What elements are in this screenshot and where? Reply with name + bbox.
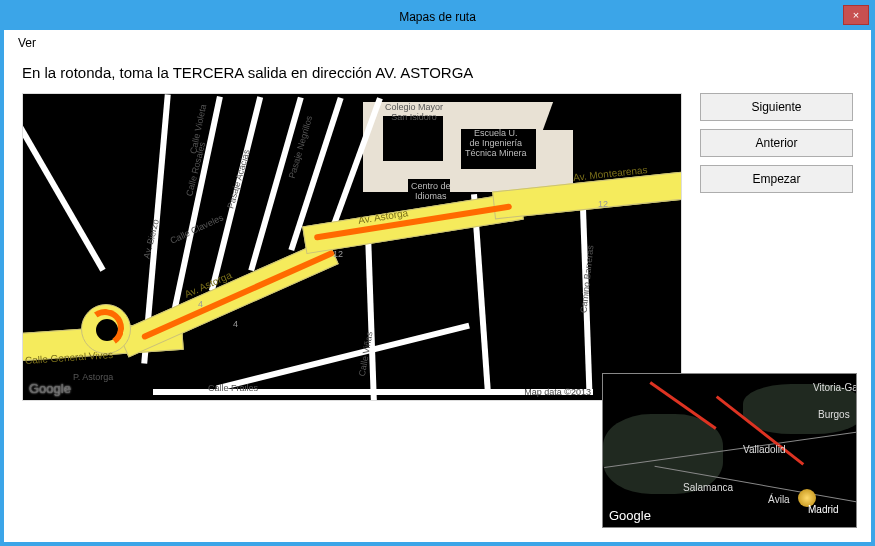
- city-label: Salamanca: [683, 482, 733, 493]
- close-icon: ×: [853, 9, 859, 21]
- street-label: Calle Frailes: [208, 383, 258, 393]
- house-number: 12: [333, 249, 343, 259]
- window-body: Ver En la rotonda, toma la TERCERA salid…: [4, 30, 871, 542]
- route-instruction: En la rotonda, toma la TERCERA salida en…: [4, 56, 871, 93]
- next-button[interactable]: Siguiente: [700, 93, 853, 121]
- street-label: Pasaje Acacias: [225, 148, 251, 209]
- city-label: Vitoria-Ga: [813, 382, 857, 393]
- titlebar: Mapas de ruta ×: [4, 4, 871, 30]
- prev-button[interactable]: Anterior: [700, 129, 853, 157]
- start-button[interactable]: Empezar: [700, 165, 853, 193]
- street-line: [22, 96, 106, 272]
- map-main[interactable]: Calle General Vives Av. Astorga Av. Asto…: [22, 93, 682, 401]
- map-overview[interactable]: Madrid Valladolid Salamanca Burgos Vitor…: [602, 373, 857, 528]
- google-logo: Google: [609, 508, 651, 523]
- city-label: Valladolid: [743, 444, 786, 455]
- house-number: 4: [233, 319, 238, 329]
- city-label: Ávila: [768, 494, 790, 505]
- building-icon: [543, 102, 603, 130]
- house-number: 4: [198, 299, 203, 309]
- google-logo: Google: [29, 381, 71, 396]
- poi-label: Escuela U. de Ingeniería Técnica Minera: [465, 129, 527, 159]
- window-title: Mapas de ruta: [399, 10, 476, 24]
- city-label: Madrid: [808, 504, 839, 515]
- menubar: Ver: [4, 30, 871, 56]
- map-attribution: Map data ©2013: [524, 387, 591, 397]
- poi-label: Centro de Idiomas: [411, 182, 451, 202]
- street-line: [216, 323, 470, 392]
- house-number: 12: [598, 199, 608, 209]
- street-label: P. Astorga: [73, 372, 113, 382]
- menu-ver[interactable]: Ver: [12, 34, 42, 52]
- controls-panel: Siguiente Anterior Empezar: [700, 93, 853, 401]
- city-label: Burgos: [818, 409, 850, 420]
- close-button[interactable]: ×: [843, 5, 869, 25]
- poi-label: Colegio Mayor San Isidoro: [385, 103, 443, 123]
